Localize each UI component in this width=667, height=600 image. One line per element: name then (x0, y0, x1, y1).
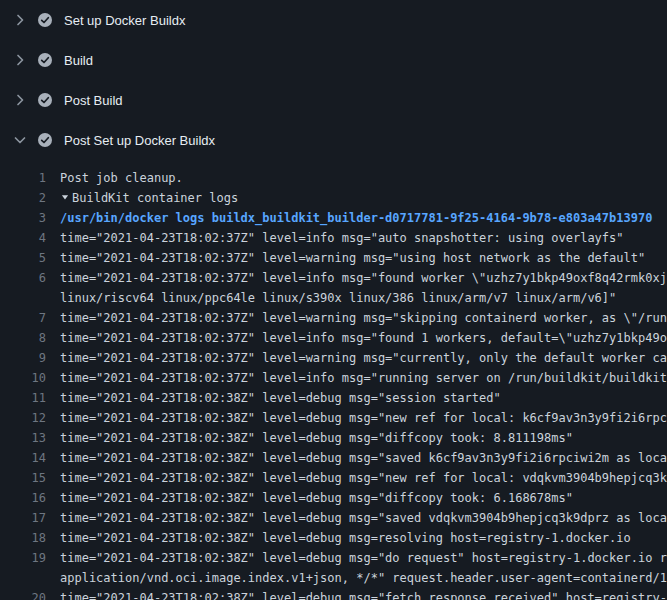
chevron-right-icon (12, 12, 28, 28)
triangle-down-icon (60, 188, 72, 208)
log-line: 9time="2021-04-23T18:02:37Z" level=warni… (0, 348, 667, 368)
log-text: time="2021-04-23T18:02:38Z" level=debug … (60, 508, 667, 528)
log-line: 12time="2021-04-23T18:02:38Z" level=debu… (0, 408, 667, 428)
log-line: 16time="2021-04-23T18:02:38Z" level=debu… (0, 488, 667, 508)
log-text: time="2021-04-23T18:02:37Z" level=info m… (60, 268, 667, 288)
step-label: Post Build (64, 93, 123, 108)
line-number[interactable] (0, 568, 46, 588)
line-number[interactable]: 1 (0, 168, 46, 188)
step-label: Post Set up Docker Buildx (64, 133, 215, 148)
log-line: 1Post job cleanup. (0, 168, 667, 188)
line-number[interactable]: 2 (0, 188, 46, 208)
line-number[interactable]: 12 (0, 408, 46, 428)
line-number[interactable]: 13 (0, 428, 46, 448)
log-text: time="2021-04-23T18:02:38Z" level=debug … (60, 428, 573, 448)
line-number[interactable]: 6 (0, 268, 46, 288)
chevron-right-icon (12, 92, 28, 108)
log-text: time="2021-04-23T18:02:38Z" level=debug … (60, 548, 667, 568)
check-circle-icon (37, 52, 53, 68)
log-text: application/vnd.oci.image.index.v1+json,… (60, 568, 667, 588)
line-number[interactable]: 16 (0, 488, 46, 508)
step-list: Set up Docker BuildxBuildPost BuildPost … (0, 0, 667, 160)
step-header-post-set-up-docker-buildx[interactable]: Post Set up Docker Buildx (0, 120, 667, 160)
line-number[interactable]: 17 (0, 508, 46, 528)
log-text: time="2021-04-23T18:02:37Z" level=info m… (60, 328, 667, 348)
step-header-set-up-docker-buildx[interactable]: Set up Docker Buildx (0, 0, 667, 40)
log-line: 14time="2021-04-23T18:02:38Z" level=debu… (0, 448, 667, 468)
log-line: 7time="2021-04-23T18:02:37Z" level=warni… (0, 308, 667, 328)
line-number[interactable]: 14 (0, 448, 46, 468)
check-circle-icon (37, 92, 53, 108)
log-text: time="2021-04-23T18:02:37Z" level=info m… (60, 228, 624, 248)
chevron-down-icon (12, 132, 28, 148)
log-container: 1Post job cleanup.2BuildKit container lo… (0, 160, 667, 600)
log-line: linux/riscv64 linux/ppc64le linux/s390x … (0, 288, 667, 308)
log-text: time="2021-04-23T18:02:38Z" level=debug … (60, 408, 667, 428)
log-line: 10time="2021-04-23T18:02:37Z" level=info… (0, 368, 667, 388)
log-line: 19time="2021-04-23T18:02:38Z" level=debu… (0, 548, 667, 568)
check-circle-icon (37, 132, 53, 148)
log-line: 5time="2021-04-23T18:02:37Z" level=warni… (0, 248, 667, 268)
log-text: time="2021-04-23T18:02:38Z" level=debug … (60, 588, 667, 600)
line-number[interactable]: 10 (0, 368, 46, 388)
line-number[interactable]: 20 (0, 588, 46, 600)
log-text: time="2021-04-23T18:02:38Z" level=debug … (60, 448, 667, 468)
line-number[interactable]: 15 (0, 468, 46, 488)
workflow-log-viewer: Set up Docker BuildxBuildPost BuildPost … (0, 0, 667, 600)
line-number[interactable]: 8 (0, 328, 46, 348)
line-number[interactable] (0, 288, 46, 308)
log-text: time="2021-04-23T18:02:38Z" level=debug … (60, 468, 667, 488)
log-command-text: /usr/bin/docker logs buildx_buildkit_bui… (60, 208, 652, 228)
line-number[interactable]: 4 (0, 228, 46, 248)
log-line: 3/usr/bin/docker logs buildx_buildkit_bu… (0, 208, 667, 228)
check-circle-icon (37, 12, 53, 28)
log-line: 15time="2021-04-23T18:02:38Z" level=debu… (0, 468, 667, 488)
chevron-right-icon (12, 52, 28, 68)
log-line: 13time="2021-04-23T18:02:38Z" level=debu… (0, 428, 667, 448)
log-line: 18time="2021-04-23T18:02:38Z" level=debu… (0, 528, 667, 548)
log-text: Post job cleanup. (60, 168, 183, 188)
log-line: 17time="2021-04-23T18:02:38Z" level=debu… (0, 508, 667, 528)
step-label: Set up Docker Buildx (64, 13, 185, 28)
step-header-post-build[interactable]: Post Build (0, 80, 667, 120)
log-text: linux/riscv64 linux/ppc64le linux/s390x … (60, 288, 616, 308)
log-line: 6time="2021-04-23T18:02:37Z" level=info … (0, 268, 667, 288)
log-group-label: BuildKit container logs (72, 191, 238, 205)
log-text: time="2021-04-23T18:02:37Z" level=warnin… (60, 308, 667, 328)
line-number[interactable]: 18 (0, 528, 46, 548)
step-label: Build (64, 53, 93, 68)
log-line: 2BuildKit container logs (0, 188, 667, 208)
log-text: time="2021-04-23T18:02:37Z" level=warnin… (60, 348, 667, 368)
log-line: 8time="2021-04-23T18:02:37Z" level=info … (0, 328, 667, 348)
line-number[interactable]: 3 (0, 208, 46, 228)
log-text: time="2021-04-23T18:02:37Z" level=info m… (60, 368, 667, 388)
line-number[interactable]: 5 (0, 248, 46, 268)
log-line: 20time="2021-04-23T18:02:38Z" level=debu… (0, 588, 667, 600)
log-group-toggle[interactable]: BuildKit container logs (60, 188, 238, 208)
log-line: application/vnd.oci.image.index.v1+json,… (0, 568, 667, 588)
line-number[interactable]: 11 (0, 388, 46, 408)
log-line: 4time="2021-04-23T18:02:37Z" level=info … (0, 228, 667, 248)
log-text: time="2021-04-23T18:02:37Z" level=warnin… (60, 248, 645, 268)
log-text: time="2021-04-23T18:02:38Z" level=debug … (60, 528, 631, 548)
log-text: time="2021-04-23T18:02:38Z" level=debug … (60, 388, 501, 408)
log-line: 11time="2021-04-23T18:02:38Z" level=debu… (0, 388, 667, 408)
log-text: time="2021-04-23T18:02:38Z" level=debug … (60, 488, 573, 508)
line-number[interactable]: 7 (0, 308, 46, 328)
line-number[interactable]: 19 (0, 548, 46, 568)
line-number[interactable]: 9 (0, 348, 46, 368)
step-header-build[interactable]: Build (0, 40, 667, 80)
